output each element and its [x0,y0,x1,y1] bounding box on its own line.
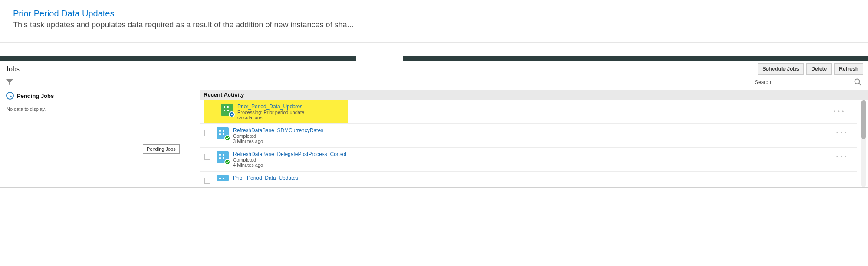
job-type-icon [217,175,229,181]
search-input[interactable] [774,78,852,87]
job-type-icon [221,104,233,116]
jobs-header: Jobs Schedule Jobs Delete Refresh [0,61,868,77]
pending-jobs-empty-text: No data to display. [6,103,200,112]
processing-badge-icon [229,111,235,117]
row-actions-menu[interactable]: • • • [836,151,847,160]
jobs-body: Pending Jobs No data to display. Pending… [0,90,868,187]
activity-name-link[interactable]: Prior_Period_Data_Updates [233,175,853,181]
recent-activity-list: Prior_Period_Data_Updates Processing: Pr… [200,100,868,187]
svg-line-1 [859,83,861,85]
activity-name-link[interactable]: RefreshDataBase_DelegatePostProcess_Cons… [233,151,836,157]
activity-time-text: 3 Minutes ago [233,139,836,144]
recent-activity-heading: Recent Activity [200,90,868,100]
job-type-icon [217,151,229,163]
activity-row: RefreshDataBase_SDMCurrencyRates Complet… [200,124,857,148]
pending-jobs-header: Pending Jobs [6,90,195,103]
row-checkbox[interactable] [204,154,210,160]
jobs-topbar [0,56,868,61]
row-actions-menu[interactable]: • • • [836,127,847,136]
jobs-title: Jobs [6,65,20,74]
delete-button[interactable]: Delete [806,63,832,75]
activity-time-text: 4 Minutes ago [233,162,836,168]
pending-jobs-column: Pending Jobs No data to display. Pending… [0,90,200,187]
activity-row: Prior_Period_Data_Updates [200,172,857,187]
job-type-icon [217,127,229,139]
activity-name-link[interactable]: Prior_Period_Data_Updates [237,104,322,110]
refresh-button[interactable]: Refresh [834,63,863,75]
activity-name-link[interactable]: RefreshDataBase_SDMCurrencyRates [233,127,836,133]
filter-search-row: Search [0,77,868,90]
task-description-block: Prior Period Data Updates This task upda… [0,0,868,43]
pending-jobs-heading-text: Pending Jobs [17,93,54,99]
scrollbar[interactable] [861,100,866,187]
clock-icon [6,91,14,100]
jobs-panel: Jobs Schedule Jobs Delete Refresh Search… [0,56,868,188]
activity-row: RefreshDataBase_DelegatePostProcess_Cons… [200,148,857,172]
activity-row: Prior_Period_Data_Updates Processing: Pr… [200,100,857,124]
completed-badge-icon [224,135,230,141]
activity-status-text: Processing: Prior period update calculat… [237,110,322,120]
completed-badge-icon [224,159,230,165]
row-checkbox[interactable] [204,130,210,136]
task-title-link[interactable]: Prior Period Data Updates [13,9,855,19]
activity-status-text: Completed [233,157,836,162]
recent-activity-column: Recent Activity Prior_Pe [200,90,868,187]
task-description-text: This task updates and populates data req… [13,20,855,29]
row-actions-menu[interactable]: • • • [834,106,844,115]
search-label: Search [755,79,771,85]
svg-point-0 [855,79,860,84]
schedule-jobs-button[interactable]: Schedule Jobs [758,63,804,75]
activity-status-text: Completed [233,133,836,139]
pending-jobs-tooltip: Pending Jobs [143,144,180,154]
search-button[interactable] [854,78,863,87]
filter-icon[interactable] [6,79,13,86]
row-checkbox[interactable] [204,178,210,184]
